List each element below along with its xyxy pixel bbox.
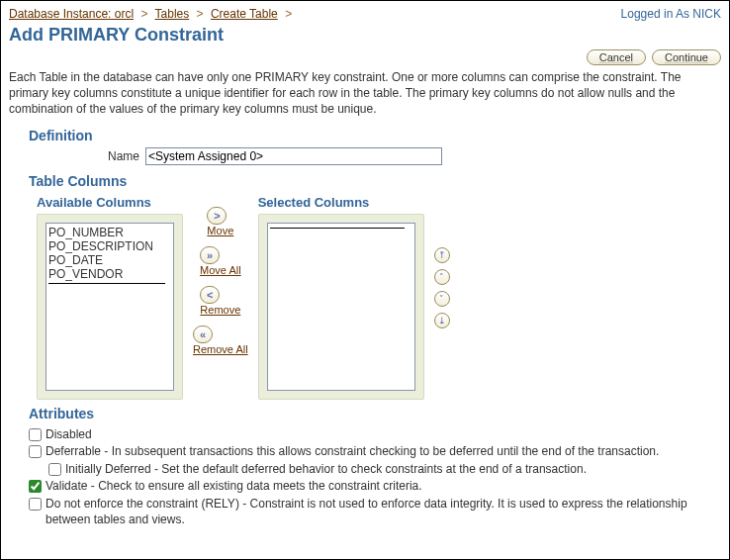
rely-label: Do not enforce the constraint (RELY) - C… [46, 497, 721, 527]
move-button[interactable]: Move [207, 225, 233, 236]
move-icon[interactable]: > [207, 207, 227, 225]
breadcrumb: Database Instance: orcl > Tables > Creat… [9, 7, 296, 21]
deferrable-label: Deferrable - In subsequent transactions … [46, 444, 659, 460]
chevron-right-icon: > [193, 7, 208, 21]
move-up-icon[interactable]: ˄ [434, 269, 450, 285]
remove-button[interactable]: Remove [200, 304, 240, 316]
intro-text: Each Table in the database can have only… [9, 69, 721, 118]
breadcrumb-tables[interactable]: Tables [155, 7, 190, 21]
list-item[interactable]: PO_NUMBER [48, 226, 171, 239]
rely-checkbox[interactable] [29, 498, 42, 511]
name-label: Name [108, 149, 139, 163]
deferrable-checkbox[interactable] [29, 445, 42, 458]
validate-label: Validate - Check to ensure all existing … [46, 479, 422, 495]
move-bottom-icon[interactable]: ⤓ [434, 313, 450, 328]
move-all-icon[interactable]: » [200, 246, 220, 264]
move-down-icon[interactable]: ˅ [434, 291, 450, 307]
section-attributes: Attributes [29, 406, 721, 421]
logged-in-user: Logged in As NICK [621, 7, 721, 21]
breadcrumb-create-table[interactable]: Create Table [211, 7, 278, 21]
available-columns-list[interactable]: PO_NUMBER PO_DESCRIPTION PO_DATE PO_VEND… [46, 223, 174, 391]
disabled-checkbox[interactable] [29, 428, 42, 441]
move-all-button[interactable]: Move All [200, 264, 241, 276]
remove-icon[interactable]: < [200, 286, 220, 304]
list-divider [270, 228, 406, 229]
chevron-right-icon: > [137, 7, 151, 21]
chevron-right-icon: > [281, 7, 296, 21]
breadcrumb-instance[interactable]: Database Instance: orcl [9, 7, 134, 21]
list-item[interactable]: PO_DATE [48, 253, 171, 267]
remove-all-icon[interactable]: « [193, 326, 213, 343]
selected-columns-heading: Selected Columns [258, 195, 424, 210]
selected-columns-list[interactable] [267, 223, 415, 391]
cancel-button[interactable]: Cancel [587, 49, 646, 65]
disabled-label: Disabled [46, 427, 92, 443]
continue-button[interactable]: Continue [652, 49, 721, 65]
move-top-icon[interactable]: ⤒ [434, 247, 450, 263]
section-definition: Definition [29, 128, 721, 143]
initially-deferred-label: Initially Deferred - Set the default def… [65, 462, 587, 478]
remove-all-button[interactable]: Remove All [193, 343, 248, 355]
section-table-columns: Table Columns [29, 173, 721, 189]
page-title: Add PRIMARY Constraint [9, 25, 721, 46]
list-item[interactable]: PO_VENDOR [48, 267, 171, 281]
available-columns-heading: Available Columns [37, 195, 183, 210]
validate-checkbox[interactable] [29, 480, 42, 493]
list-item[interactable]: PO_DESCRIPTION [48, 239, 171, 253]
name-input[interactable] [145, 147, 442, 165]
list-divider [48, 283, 165, 284]
initially-deferred-checkbox[interactable] [48, 463, 61, 476]
